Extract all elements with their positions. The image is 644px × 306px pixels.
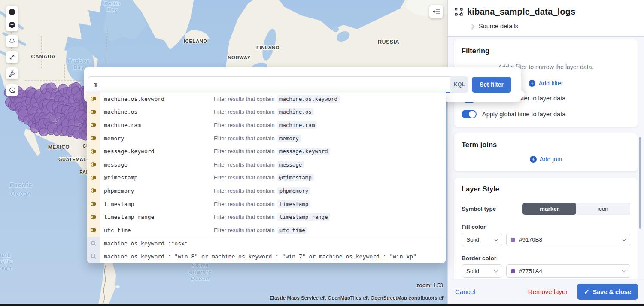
suggestion-code-chip: timestamp bbox=[277, 200, 311, 208]
suggestion-code-chip: machine.ram bbox=[277, 121, 317, 129]
save-close-button[interactable]: ✓ Save & close bbox=[577, 284, 638, 300]
svg-text:Bay: Bay bbox=[107, 7, 118, 12]
field-suggestion-row[interactable]: timestamp_range Filter results that cont… bbox=[87, 210, 446, 224]
suggestion-field-name: utc_time bbox=[104, 227, 214, 233]
suggestion-description: Filter results that contain bbox=[214, 227, 275, 233]
query-suggestion-row[interactable]: machine.os.keyword :"osx" bbox=[87, 237, 446, 250]
zoom-out-icon bbox=[9, 21, 15, 28]
field-suggestion-row[interactable]: phpmemory Filter results that contain ph… bbox=[87, 184, 446, 197]
field-token-icon bbox=[91, 96, 97, 102]
global-time-toggle[interactable] bbox=[462, 110, 477, 118]
fill-color-mode-select[interactable]: Solid bbox=[462, 233, 502, 246]
svg-text:Baffin: Baffin bbox=[104, 1, 121, 6]
set-filter-button[interactable]: Set filter bbox=[472, 77, 511, 93]
external-link-icon bbox=[363, 296, 368, 300]
timeslider-button[interactable] bbox=[6, 84, 18, 96]
flyout-scrollbar-thumb[interactable] bbox=[639, 137, 641, 229]
remove-layer-button[interactable]: Remove layer bbox=[528, 288, 568, 295]
chevron-down-icon bbox=[622, 268, 626, 273]
attribution-source[interactable]: OpenMapTiles bbox=[328, 295, 361, 300]
field-token-icon bbox=[91, 109, 97, 115]
fit-to-data-button[interactable] bbox=[6, 51, 18, 63]
field-suggestion-row[interactable]: machine.os.keyword Filter results that c… bbox=[87, 92, 446, 106]
layer-style-section: Layer Style Symbol type marker icon Fill… bbox=[454, 178, 638, 279]
term-joins-section: Term joins + Add join bbox=[454, 133, 638, 171]
field-token-icon bbox=[91, 122, 97, 128]
border-color-mode-select[interactable]: Solid bbox=[462, 264, 502, 278]
field-suggestion-row[interactable]: utc_time Filter results that contain utc… bbox=[87, 224, 446, 237]
zoom-label: zoom: bbox=[416, 282, 431, 288]
zoom-out-button[interactable] bbox=[6, 19, 18, 31]
symbol-option-icon[interactable]: icon bbox=[576, 203, 630, 215]
tools-button[interactable] bbox=[6, 67, 18, 79]
field-token-icon bbox=[91, 135, 97, 141]
suggestion-code-chip: message.keyword bbox=[277, 148, 330, 155]
flyout-footer: Cancel Remove layer ✓ Save & close bbox=[448, 279, 644, 306]
expand-icon bbox=[9, 54, 15, 61]
zoom-indicator: zoom:1.53 bbox=[416, 282, 443, 288]
suggestion-field-name: message bbox=[104, 161, 214, 168]
external-link-icon bbox=[320, 296, 325, 300]
suggestion-description: Filter results that contain bbox=[214, 122, 275, 128]
field-token-icon bbox=[91, 148, 97, 155]
suggestion-description: Filter results that contain bbox=[214, 201, 275, 207]
suggestion-code-chip: phpmemory bbox=[277, 187, 311, 194]
svg-text:Bay: Bay bbox=[73, 64, 85, 70]
suggestion-field-name: timestamp bbox=[104, 201, 214, 207]
svg-text:Atlantic: Atlantic bbox=[188, 269, 212, 275]
query-suggestion-row[interactable]: machine.os.keyword : "win 8" or machine.… bbox=[87, 250, 446, 263]
set-view-button[interactable] bbox=[6, 35, 18, 47]
zoom-value: 1.53 bbox=[433, 282, 443, 288]
suggestion-code-chip: memory bbox=[277, 135, 301, 142]
field-suggestion-row[interactable]: memory Filter results that contain memor… bbox=[87, 132, 446, 145]
query-language-badge[interactable]: KQL bbox=[450, 76, 468, 93]
field-token-icon bbox=[91, 175, 97, 181]
suggestion-field-name: memory bbox=[104, 135, 214, 142]
fill-color-swatch bbox=[511, 238, 515, 242]
svg-text:South: South bbox=[191, 263, 209, 269]
suggestion-code-chip: utc_time bbox=[277, 227, 307, 234]
suggestion-field-name: machine.os bbox=[104, 109, 214, 115]
field-suggestion-row[interactable]: @timestamp Filter results that contain @… bbox=[87, 171, 446, 185]
svg-text:ICELAND: ICELAND bbox=[184, 39, 207, 44]
symbol-option-marker[interactable]: marker bbox=[522, 203, 576, 215]
field-suggestion-row[interactable]: machine.os Filter results that contain m… bbox=[87, 106, 446, 119]
suggestion-field-name: timestamp_range bbox=[104, 214, 214, 220]
border-color-value-select[interactable]: #7751A4 bbox=[506, 264, 630, 278]
suggestion-query-text: machine.os.keyword : "win 8" or machine.… bbox=[104, 253, 416, 260]
field-token-icon bbox=[91, 188, 97, 194]
suggestion-field-name: phpmemory bbox=[104, 188, 214, 194]
suggestion-field-name: message.keyword bbox=[104, 148, 214, 155]
global-time-toggle-row: Apply global time to layer data bbox=[462, 110, 630, 118]
add-join-button[interactable]: + Add join bbox=[530, 156, 562, 163]
svg-text:Ocean: Ocean bbox=[10, 190, 31, 197]
attribution-source[interactable]: Elastic Maps Service bbox=[270, 295, 319, 300]
map-attribution[interactable]: Elastic Maps Service, OpenMapTiles, Open… bbox=[270, 295, 444, 300]
chevron-down-icon bbox=[494, 268, 498, 273]
fill-color-value-select[interactable]: #9170B8 bbox=[506, 233, 630, 246]
attribution-source[interactable]: OpenStreetMap contributors bbox=[371, 295, 437, 300]
source-details-toggle[interactable]: Source details bbox=[470, 23, 637, 30]
kql-query-input[interactable] bbox=[88, 76, 450, 93]
field-suggestion-row[interactable]: timestamp Filter results that contain ti… bbox=[87, 197, 446, 211]
fill-color-label: Fill color bbox=[462, 224, 630, 230]
window-bottom-edge bbox=[0, 304, 644, 306]
suggestion-description: Filter results that contain bbox=[214, 161, 275, 168]
field-suggestion-row[interactable]: message.keyword Filter results that cont… bbox=[87, 145, 446, 158]
cancel-button[interactable]: Cancel bbox=[455, 288, 475, 295]
svg-text:Ocean: Ocean bbox=[191, 276, 209, 282]
vector-layer-icon bbox=[455, 8, 463, 16]
filtering-heading: Filtering bbox=[462, 47, 630, 55]
suggestion-field-name: machine.os.keyword bbox=[104, 96, 214, 102]
chevron-down-icon bbox=[622, 237, 626, 241]
field-suggestion-row[interactable]: message Filter results that contain mess… bbox=[87, 158, 446, 171]
zoom-in-button[interactable] bbox=[6, 6, 18, 18]
svg-text:RUSSIA: RUSSIA bbox=[378, 39, 399, 45]
collapse-legend-button[interactable] bbox=[429, 5, 443, 18]
check-icon: ✓ bbox=[584, 288, 589, 295]
field-suggestion-row[interactable]: machine.ram Filter results that contain … bbox=[87, 118, 446, 132]
border-color-swatch bbox=[511, 269, 515, 273]
add-filter-button[interactable]: + Add filter bbox=[529, 80, 563, 87]
suggestion-description: Filter results that contain bbox=[214, 96, 275, 102]
svg-text:GUATEMALA: GUATEMALA bbox=[58, 157, 90, 162]
